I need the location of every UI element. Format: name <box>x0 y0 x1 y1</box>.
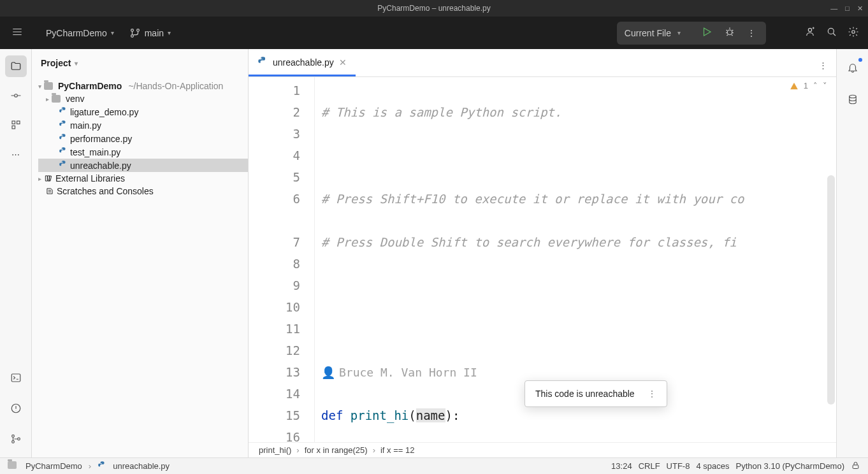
tree-file-node[interactable]: main.py <box>38 118 248 132</box>
code-with-me-button[interactable] <box>802 24 818 42</box>
right-tool-rail <box>836 49 868 457</box>
inspection-message: This code is unreachable <box>535 389 635 399</box>
file-name-label: unreachable.py <box>70 161 131 171</box>
python-file-icon <box>257 56 268 68</box>
code-comment: # This is a sample Python script. <box>321 105 562 119</box>
prev-highlight-icon[interactable]: ˄ <box>813 81 818 90</box>
problems-tool-button[interactable] <box>5 398 27 419</box>
directory-icon <box>8 461 19 471</box>
window-close[interactable]: ✕ <box>857 4 863 13</box>
editor-scrollbar[interactable] <box>827 90 835 424</box>
svg-point-19 <box>62 148 62 148</box>
svg-point-1 <box>131 34 133 37</box>
svg-rect-8 <box>12 121 15 124</box>
tabs-more-button[interactable]: ⋮ <box>810 54 836 76</box>
vcs-branch-dropdown[interactable]: main ▾ <box>129 27 171 39</box>
make-readonly-toggle[interactable] <box>851 461 860 472</box>
tree-file-node[interactable]: unreachable.py <box>38 159 248 172</box>
editor-tab[interactable]: unreachable.py ✕ <box>249 50 356 76</box>
database-tool-button[interactable] <box>842 89 864 110</box>
editor-breadcrumbs: print_hi() › for x in range(25) › if x =… <box>249 442 836 457</box>
breadcrumb-item[interactable]: for x in range(25) <box>305 445 368 455</box>
run-config-label: Current File <box>625 28 671 38</box>
project-name-label: PyCharmDemo <box>46 28 107 38</box>
project-panel-title: Project <box>41 58 71 68</box>
svg-point-20 <box>62 161 62 162</box>
tree-external-libraries-node[interactable]: ▸ External Libraries <box>38 172 248 185</box>
tree-file-node[interactable]: performance.py <box>38 132 248 145</box>
svg-point-22 <box>849 95 856 98</box>
more-run-options-button[interactable]: ⋮ <box>744 25 758 41</box>
scratches-label: Scratches and Consoles <box>57 186 154 196</box>
tree-venv-node[interactable]: ▸ venv <box>38 92 248 105</box>
expand-icon: ▾ <box>38 83 41 90</box>
svg-point-16 <box>62 108 62 108</box>
debug-button[interactable] <box>721 24 738 42</box>
tab-close-icon[interactable]: ✕ <box>339 57 347 68</box>
cursor-position[interactable]: 13:24 <box>611 461 632 471</box>
python-file-icon <box>59 147 68 157</box>
code-comment: # Press Double Shift to search everywher… <box>321 235 737 249</box>
navbar-project[interactable]: PyCharmDemo <box>25 461 82 471</box>
svg-point-14 <box>11 441 14 443</box>
next-highlight-icon[interactable]: ˅ <box>823 81 827 90</box>
window-title: PyCharmDemo – unreachable.py <box>377 4 490 13</box>
breadcrumb-separator-icon: › <box>296 445 299 455</box>
svg-point-21 <box>261 58 261 59</box>
scrollbar-thumb[interactable] <box>827 175 835 405</box>
structure-tool-button[interactable] <box>5 114 27 136</box>
tree-file-node[interactable]: ligature_demo.py <box>38 105 248 118</box>
chevron-down-icon: ▾ <box>168 29 171 36</box>
run-configuration-selector[interactable]: Current File ▾ ⋮ <box>617 22 766 45</box>
search-everywhere-button[interactable] <box>823 24 840 42</box>
svg-point-6 <box>852 31 855 34</box>
tree-file-node[interactable]: test_main.py <box>38 145 248 159</box>
main-toolbar: PyCharmDemo ▾ main ▾ Current File ▾ ⋮ <box>0 17 868 49</box>
author-icon: 👤 <box>321 366 335 379</box>
window-minimize[interactable]: — <box>830 4 837 13</box>
navbar-file[interactable]: unreachable.py <box>113 461 170 471</box>
svg-point-5 <box>828 28 834 34</box>
root-path: ~/Hands-On-Application <box>128 81 223 91</box>
terminal-tool-button[interactable] <box>5 367 27 389</box>
python-file-icon <box>59 160 68 171</box>
folder-icon <box>52 95 61 103</box>
python-file-icon <box>59 106 68 117</box>
branch-name-label: main <box>145 28 164 38</box>
more-tools-button[interactable]: ⋯ <box>5 143 27 165</box>
gutter: 123456 78910111213141516 <box>249 77 315 442</box>
commit-tool-button[interactable] <box>5 85 27 106</box>
tree-root-node[interactable]: ▾ PyCharmDemo ~/Hands-On-Application <box>38 80 248 92</box>
version-control-tool-button[interactable] <box>5 428 27 450</box>
left-tool-rail: ⋯ <box>0 49 32 457</box>
svg-rect-9 <box>17 121 20 124</box>
file-encoding[interactable]: UTF-8 <box>667 461 690 471</box>
settings-button[interactable] <box>845 24 862 42</box>
svg-point-2 <box>136 29 139 31</box>
inspection-actions-button[interactable]: ⋮ <box>647 389 656 399</box>
root-name: PyCharmDemo <box>58 81 122 91</box>
indent-setting[interactable]: 4 spaces <box>696 461 729 471</box>
editor-tabs: unreachable.py ✕ ⋮ <box>249 49 836 77</box>
main-menu-button[interactable] <box>6 22 28 43</box>
svg-rect-11 <box>11 374 20 382</box>
breadcrumb-item[interactable]: if x == 12 <box>380 445 414 455</box>
line-separator[interactable]: CRLF <box>639 461 660 471</box>
window-maximize[interactable]: □ <box>845 4 850 13</box>
folder-icon <box>44 82 53 90</box>
project-tool-window: Project ▾ ▾ PyCharmDemo ~/Hands-On-Appli… <box>32 49 249 457</box>
project-tool-button[interactable] <box>5 55 27 77</box>
chevron-down-icon: ▾ <box>677 29 681 36</box>
project-panel-header[interactable]: Project ▾ <box>32 49 248 77</box>
run-button[interactable] <box>698 24 715 42</box>
inspections-widget[interactable]: 1 ˄ ˅ <box>790 81 827 90</box>
chevron-down-icon: ▾ <box>75 60 78 67</box>
tree-scratches-node[interactable]: Scratches and Consoles <box>38 185 248 198</box>
python-interpreter[interactable]: Python 3.10 (PyCharmDemo) <box>735 461 844 471</box>
expand-icon: ▸ <box>38 175 41 182</box>
svg-point-13 <box>11 435 14 438</box>
project-dropdown[interactable]: PyCharmDemo ▾ <box>46 28 114 38</box>
breadcrumb-item[interactable]: print_hi() <box>259 445 291 455</box>
python-file-icon <box>98 461 106 471</box>
notifications-button[interactable] <box>842 57 864 78</box>
